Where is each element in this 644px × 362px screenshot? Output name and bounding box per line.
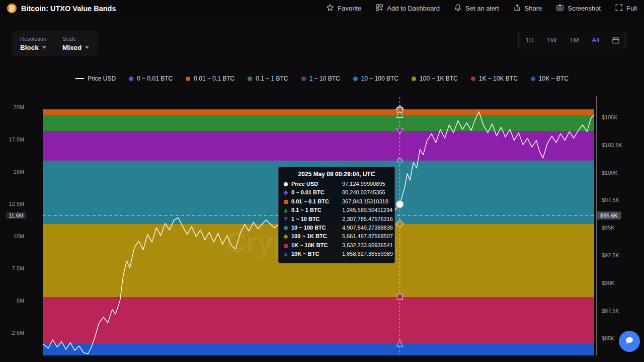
legend-item-0-01-0-1-btc[interactable]: 0.01 ~ 0.1 BTC — [186, 75, 234, 82]
band-1k-10k-btc — [43, 297, 594, 344]
tooltip-row: 0.01 ~ 0.1 BTC367,843.15310318 — [284, 197, 389, 206]
band-0-1-1-btc — [43, 115, 594, 131]
fullscreen-button[interactable]: Full — [615, 4, 637, 13]
legend-label: 0 ~ 0.01 BTC — [137, 75, 173, 82]
tooltip-series-value: 2,307,785.47576316 — [342, 215, 393, 224]
tooltip-series-value: 80,240.03745355 — [342, 188, 385, 197]
legend-label: Price USD — [88, 75, 116, 82]
tooltip-row: 100 ~ 1K BTC5,661,467.87568507 — [284, 232, 389, 241]
tooltip-series-value: 1,658,627.36559989 — [342, 250, 393, 258]
range-1m-button[interactable]: 1M — [563, 32, 585, 48]
chevron-down-icon — [42, 46, 46, 49]
screenshot-label: Screenshot — [568, 5, 601, 12]
band-10k-btc — [43, 343, 594, 355]
circle-icon — [284, 182, 288, 186]
chart-tooltip: 2025 May 08 00:29:04, UTC Price USD97,12… — [278, 167, 395, 263]
legend-dot — [129, 77, 133, 81]
favorite-button[interactable]: Favorite — [326, 4, 361, 13]
circle-icon — [284, 226, 288, 230]
calendar-icon — [612, 38, 620, 46]
legend-label: 0.1 ~ 1 BTC — [256, 75, 288, 82]
price-level-badge: $95.6K — [597, 211, 621, 220]
scale-dropdown[interactable]: Scale Mixed — [62, 36, 89, 51]
bitcoin-icon: ₿ — [7, 4, 17, 13]
legend-item-100-1k-btc[interactable]: 100 ~ 1K BTC — [412, 75, 458, 82]
diamond-icon — [283, 234, 288, 239]
chart-legend: Price USD0 ~ 0.01 BTC0.01 ~ 0.1 BTC0.1 ~… — [0, 75, 644, 82]
legend-label: 100 ~ 1K BTC — [420, 75, 458, 82]
resolution-dropdown[interactable]: Resolution Block — [20, 36, 46, 51]
tooltip-series-label: 10 ~ 100 BTC — [291, 224, 339, 232]
top-bar-actions: Favorite Add to Dashboard Set an alert S… — [326, 4, 637, 13]
tooltip-series-label: 0.1 ~ 1 BTC — [291, 206, 339, 214]
tooltip-series-value: 5,661,467.87568507 — [342, 232, 393, 241]
calendar-button[interactable] — [606, 33, 625, 48]
brand: ₿ Bitcoin: UTXO Value Bands — [7, 4, 116, 13]
resolution-scale-controls: Resolution Block Scale Mixed — [12, 31, 98, 56]
tooltip-series-label: 100 ~ 1K BTC — [291, 232, 339, 241]
chat-icon — [624, 335, 634, 347]
add-to-dashboard-button[interactable]: Add to Dashboard — [375, 4, 440, 13]
range-1d-button[interactable]: 1D — [519, 32, 540, 48]
legend-label: 10 ~ 100 BTC — [361, 75, 398, 82]
triangle-up-icon — [284, 252, 288, 256]
legend-dot — [412, 77, 416, 81]
legend-label: 1 ~ 10 BTC — [309, 75, 340, 82]
screenshot-button[interactable]: Screenshot — [556, 4, 601, 13]
crosshair-marker-10-100-btc — [397, 158, 403, 163]
tooltip-series-label: 0.01 ~ 0.1 BTC — [291, 197, 339, 206]
legend-dot — [471, 77, 475, 81]
legend-item-0-1-1-btc[interactable]: 0.1 ~ 1 BTC — [248, 75, 288, 82]
triangle-up-icon — [284, 208, 288, 212]
band-0-0-01-btc — [43, 109, 594, 110]
tooltip-row: 1 ~ 10 BTC2,307,785.47576316 — [284, 215, 389, 224]
tooltip-series-value: 367,843.15310318 — [342, 197, 388, 206]
legend-dot — [531, 77, 535, 81]
legend-dot — [353, 77, 358, 81]
legend-label: 1K ~ 10K BTC — [479, 75, 518, 82]
set-alert-button[interactable]: Set an alert — [454, 4, 499, 13]
legend-item-1-10-btc[interactable]: 1 ~ 10 BTC — [301, 75, 340, 82]
set-alert-label: Set an alert — [465, 5, 499, 12]
tooltip-series-label: 1K ~ 10K BTC — [291, 241, 339, 250]
tooltip-row: 10 ~ 100 BTC4,907,849.27388836 — [284, 224, 389, 232]
legend-label: 0.01 ~ 0.1 BTC — [194, 75, 234, 82]
crosshair-price-marker — [396, 201, 404, 208]
share-button[interactable]: Share — [513, 4, 542, 13]
square-icon — [284, 244, 288, 248]
range-all-button[interactable]: All — [586, 32, 606, 48]
legend-item-1k-10k-btc[interactable]: 1K ~ 10K BTC — [471, 75, 518, 82]
legend-item-10-100-btc[interactable]: 10 ~ 100 BTC — [353, 75, 398, 82]
utxo-value-bands-page: ₿ Bitcoin: UTXO Value Bands Favorite Add… — [0, 0, 644, 362]
favorite-label: Favorite — [338, 5, 361, 12]
legend-item-10k-btc[interactable]: 10K ~ BTC — [531, 75, 569, 82]
legend-dot — [301, 77, 306, 81]
tooltip-rows: Price USD97,124.999008950 ~ 0.01 BTC80,2… — [284, 180, 389, 259]
fullscreen-label: Full — [626, 5, 637, 12]
tooltip-series-value: 97,124.99900895 — [342, 180, 385, 188]
add-to-dashboard-label: Add to Dashboard — [387, 5, 440, 12]
page-title: Bitcoin: UTXO Value Bands — [21, 5, 116, 13]
band-0-01-0-1-btc — [43, 110, 594, 115]
price-line-swatch — [75, 78, 84, 79]
legend-item-0-0-01-btc[interactable]: 0 ~ 0.01 BTC — [129, 75, 173, 82]
share-icon — [513, 4, 521, 13]
tooltip-row: 0 ~ 0.01 BTC80,240.03745355 — [284, 188, 389, 197]
tooltip-row: Price USD97,124.99900895 — [284, 180, 389, 188]
fullscreen-icon — [615, 4, 623, 13]
resolution-value: Block — [20, 44, 39, 51]
legend-dot — [248, 77, 252, 81]
legend-label: 10K ~ BTC — [539, 75, 569, 82]
range-1w-button[interactable]: 1W — [540, 32, 564, 48]
chat-button[interactable] — [619, 331, 640, 352]
scale-label: Scale — [62, 36, 89, 42]
tooltip-series-label: 0 ~ 0.01 BTC — [291, 188, 339, 197]
tooltip-series-value: 1,245,580.50411234 — [342, 206, 392, 214]
tooltip-series-value: 4,907,849.27388836 — [342, 224, 393, 232]
legend-item-price-usd[interactable]: Price USD — [75, 75, 116, 82]
tooltip-series-label: Price USD — [291, 180, 339, 188]
scale-value: Mixed — [62, 44, 82, 51]
top-bar: ₿ Bitcoin: UTXO Value Bands Favorite Add… — [0, 0, 644, 17]
share-label: Share — [525, 5, 542, 12]
band-1-10-btc — [43, 131, 594, 161]
